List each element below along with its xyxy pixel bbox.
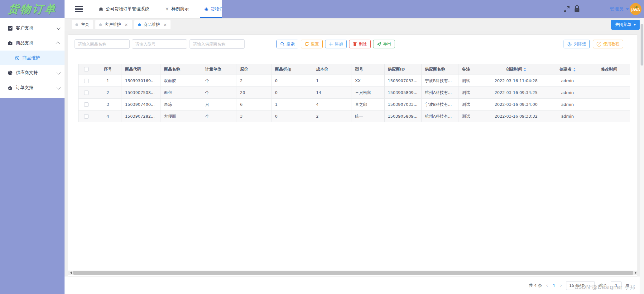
row-checkbox[interactable] [84, 114, 89, 119]
column-header-sortable[interactable]: 创建时间 [485, 64, 547, 75]
column-header: 商品名称 [161, 64, 202, 75]
column-header: 供应商名称 [422, 64, 459, 75]
table-cell: 1503907033... [385, 75, 422, 87]
app-logo-text: 货物订单 [7, 2, 57, 16]
table-cell: 4 [94, 110, 122, 122]
nav-item-sample-demo[interactable]: ☼ 样例演示 [161, 0, 193, 18]
table-cell: 1503907282... [122, 110, 161, 122]
table-row[interactable]: 31503907400...果冻只614喜之郎1503907033...宁波B科… [79, 99, 630, 110]
tab-label: 客户维护 [105, 22, 121, 27]
sidebar-item-order-support[interactable]: 订单支持 [0, 80, 65, 95]
lock-icon[interactable] [574, 5, 580, 13]
table-cell: 1503907508... [122, 87, 161, 99]
chevron-down-icon [589, 284, 593, 287]
scroll-right-icon[interactable] [633, 271, 638, 275]
table-row[interactable]: 41503907282...方便面个302统一1503905809...杭州A科… [79, 110, 630, 122]
chevron-down-icon[interactable] [626, 8, 629, 10]
sidebar-menu: 客户支持 商品支持 商品维护 供应商支持 [0, 18, 65, 98]
fixed-column-divider [104, 122, 104, 271]
table-cell: admin [547, 110, 588, 122]
nav-item-system-home[interactable]: 公司货物订单管理系统 [94, 0, 154, 18]
close-menu-button[interactable]: 关闭菜单 [611, 20, 640, 30]
supplier-icon [7, 70, 13, 76]
pagination: 共 4 条 ‹ 1 › 15 条/页 跳至 页 [529, 281, 630, 290]
open-tabs: 主页 客户维护 × 商品维护 × [72, 20, 171, 29]
tab-product-maintenance[interactable]: 商品维护 × [134, 20, 171, 29]
gear-icon [567, 42, 572, 47]
table-cell: 4 [313, 99, 352, 110]
sidebar-item-customer-support[interactable]: 客户支持 [0, 21, 65, 36]
table-cell: 杭州A科技有... [422, 110, 459, 122]
horizontal-scrollbar[interactable] [68, 271, 638, 275]
table-cell: 测试 [459, 75, 485, 87]
close-icon[interactable]: × [124, 22, 128, 27]
hamburger-menu-icon[interactable] [75, 6, 83, 12]
jump-page-input[interactable] [611, 281, 622, 290]
tab-customer-maintenance[interactable]: 客户维护 × [95, 20, 132, 29]
nav-item-label: 样例演示 [171, 6, 189, 12]
sidebar-item-label: 商品支持 [16, 40, 33, 46]
row-select-cell [79, 99, 94, 110]
home-icon [99, 7, 103, 12]
trash-icon [353, 42, 357, 46]
model-input[interactable] [132, 39, 187, 49]
select-all-header [79, 64, 94, 75]
tutorial-button[interactable]: ? 使用教程 [593, 40, 623, 48]
table-cell: 宁波B科技有... [422, 99, 459, 110]
table-cell: 2 [94, 87, 122, 99]
delete-button[interactable]: 删除 [349, 40, 371, 48]
table-cell: 三只松鼠 [352, 87, 385, 99]
nav-item-label: 公司货物订单管理系统 [106, 6, 149, 12]
sort-icon[interactable] [524, 68, 526, 71]
select-all-checkbox[interactable] [84, 67, 89, 71]
column-header: 修改时间 [588, 64, 630, 75]
table-cell: 2022-03-16 09:34:00 [485, 99, 547, 110]
table-cell: admin [547, 75, 588, 87]
topbar-right: 管理员 小郑 JAVA [222, 0, 644, 18]
horizontal-scrollbar-thumb[interactable] [73, 271, 633, 275]
product-name-input[interactable] [74, 39, 130, 49]
column-header: 商品代码 [122, 64, 161, 75]
table-cell: 1 [313, 75, 352, 87]
current-page[interactable]: 1 [552, 283, 556, 288]
sidebar-item-supplier-support[interactable]: 供应商支持 [0, 65, 65, 80]
search-button[interactable]: 搜索 [276, 40, 298, 48]
pagination-total: 共 4 条 [529, 283, 542, 288]
next-page-icon[interactable]: › [560, 283, 562, 288]
tab-home[interactable]: 主页 [72, 20, 93, 29]
export-button[interactable]: 导出 [373, 40, 395, 48]
vertical-scrollbar[interactable] [640, 18, 644, 294]
basket-icon [7, 85, 13, 91]
table-cell: 统一 [352, 110, 385, 122]
admin-user-menu[interactable]: 管理员 [610, 6, 624, 12]
send-icon [377, 42, 381, 46]
supplier-name-input[interactable] [190, 39, 245, 49]
column-header-sortable[interactable]: 创建者 [547, 64, 588, 75]
scroll-left-icon[interactable] [68, 271, 73, 275]
bottom-bar: 共 4 条 ‹ 1 › 15 条/页 跳至 页 CSDN @Designer 小… [65, 277, 644, 294]
chevron-down-icon [57, 70, 61, 74]
vertical-scrollbar-thumb[interactable] [641, 24, 643, 66]
column-filter-button[interactable]: 列筛选 [564, 40, 590, 48]
row-checkbox[interactable] [84, 91, 89, 95]
table-cell: 1503907400... [122, 99, 161, 110]
table-cell: 面包 [161, 87, 202, 99]
add-button[interactable]: 添加 [325, 40, 347, 48]
table-cell: 14 [313, 87, 352, 99]
prev-page-icon[interactable]: ‹ [546, 283, 548, 288]
fullscreen-icon[interactable] [563, 5, 570, 13]
row-checkbox[interactable] [84, 102, 89, 107]
avatar[interactable]: 小郑 JAVA [630, 3, 642, 15]
table-row[interactable]: 11503930169...双面胶个201XX1503907033...宁波B科… [79, 75, 630, 87]
reset-button[interactable]: 重置 [301, 40, 323, 48]
column-header: 型号 [352, 64, 385, 75]
close-icon[interactable]: × [163, 22, 167, 27]
sidebar-item-product-support[interactable]: 商品支持 [0, 36, 65, 51]
row-checkbox[interactable] [84, 79, 89, 83]
page-size-select[interactable]: 15 条/页 [566, 281, 595, 290]
sidebar-item-product-maintenance[interactable]: 商品维护 [0, 51, 65, 65]
sort-icon[interactable] [573, 68, 576, 71]
column-header: 备注 [459, 64, 485, 75]
table-cell: 2022-03-16 11:04:28 [485, 75, 547, 87]
table-row[interactable]: 21503907508...面包个20014三只松鼠1503905809...杭… [79, 87, 630, 99]
